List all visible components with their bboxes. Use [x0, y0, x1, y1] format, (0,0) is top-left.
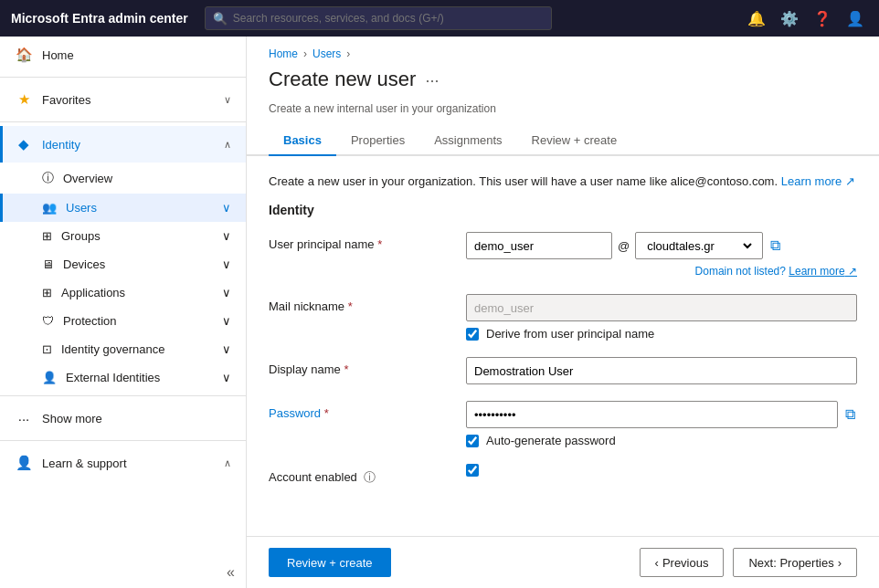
sidebar-sub-identity-governance[interactable]: ⊡ Identity governance ∨: [0, 335, 246, 363]
tab-properties[interactable]: Properties: [336, 126, 419, 156]
display-name-label: Display name *: [269, 357, 451, 376]
ig-chevron-icon: ∨: [222, 342, 231, 356]
mail-nickname-input[interactable]: [466, 294, 857, 321]
sidebar-sub-users[interactable]: 👥 Users ∨: [0, 194, 246, 222]
devices-chevron-icon: ∨: [222, 257, 231, 271]
password-input[interactable]: [466, 401, 838, 428]
page-title: Create new user: [269, 68, 416, 91]
sidebar-collapse-icon[interactable]: «: [227, 564, 235, 581]
sidebar-item-home[interactable]: 🏠 Home: [0, 37, 246, 73]
sidebar-devices-label: Devices: [63, 257, 105, 271]
learn-support-icon: 👤: [15, 455, 33, 471]
page-header: Create new user ···: [247, 64, 879, 102]
upn-controls: @ cloudtales.gr ⧉ Domain not listed? Lea…: [466, 232, 857, 278]
copy-upn-button[interactable]: ⧉: [768, 236, 782, 256]
protection-icon: 🛡: [42, 314, 54, 328]
users-chevron-icon: ∨: [222, 201, 231, 215]
account-enabled-row: Account enabled ⓘ: [269, 464, 857, 486]
sidebar-sub-groups[interactable]: ⊞ Groups ∨: [0, 222, 246, 250]
derive-checkbox-label: Derive from user principal name: [486, 327, 654, 341]
display-name-input[interactable]: [466, 357, 857, 384]
favorites-icon: ★: [15, 91, 33, 108]
account-enabled-info-icon: ⓘ: [364, 470, 376, 484]
next-button[interactable]: Next: Properties ›: [733, 548, 857, 577]
sidebar-favorites-label: Favorites: [42, 93, 215, 107]
password-controls: ⧉ Auto-generate password: [466, 401, 857, 447]
page-more-button[interactable]: ···: [425, 71, 439, 90]
page-subtitle: Create a new internal user in your organ…: [247, 102, 879, 126]
tab-review-create[interactable]: Review + create: [517, 126, 632, 156]
breadcrumb-home[interactable]: Home: [269, 47, 298, 60]
sidebar-item-show-more[interactable]: ··· Show more: [0, 400, 246, 436]
search-input[interactable]: [233, 12, 544, 25]
sidebar-applications-label: Applications: [61, 286, 125, 299]
previous-chevron-icon: ‹: [655, 556, 659, 570]
mail-nickname-controls: Derive from user principal name: [466, 294, 857, 341]
domain-select-input[interactable]: cloudtales.gr: [643, 238, 755, 254]
sidebar-overview-label: Overview: [63, 172, 112, 185]
search-bar[interactable]: 🔍: [205, 6, 552, 30]
account-enabled-label: Account enabled ⓘ: [269, 464, 451, 486]
password-label: Password *: [269, 401, 451, 420]
topbar-title: Microsoft Entra admin center: [11, 11, 188, 26]
sidebar-sub-overview[interactable]: ⓘ Overview: [0, 163, 246, 194]
main-content: Home › Users › Create new user ··· Creat…: [247, 37, 879, 588]
groups-chevron-icon: ∨: [222, 229, 231, 243]
groups-icon: ⊞: [42, 229, 52, 243]
protection-chevron-icon: ∨: [222, 314, 231, 328]
sidebar-item-favorites[interactable]: ★ Favorites ∨: [0, 81, 246, 118]
footer-bar: Review + create ‹ Previous Next: Propert…: [247, 536, 879, 588]
upn-row: User principal name * @ cloudtales.gr ⧉: [269, 232, 857, 278]
at-sign: @: [618, 239, 630, 253]
auto-gen-checkbox[interactable]: [466, 435, 479, 447]
previous-label: Previous: [662, 556, 709, 570]
form-area: Create a new user in your organization. …: [247, 156, 879, 536]
account-icon[interactable]: 👤: [842, 5, 868, 31]
breadcrumb: Home › Users ›: [247, 37, 879, 64]
next-label: Next: Properties: [748, 556, 833, 570]
sidebar-item-learn-support[interactable]: 👤 Learn & support ∧: [0, 445, 246, 481]
settings-icon[interactable]: ⚙️: [777, 5, 802, 31]
upn-input-row: @ cloudtales.gr ⧉: [466, 232, 857, 259]
intro-learn-more-link[interactable]: Learn more ↗: [781, 174, 855, 188]
sidebar-sub-devices[interactable]: 🖥 Devices ∨: [0, 250, 246, 278]
sidebar-home-label: Home: [42, 48, 231, 62]
domain-learn-more-link[interactable]: Learn more ↗: [789, 265, 857, 278]
sidebar-divider-4: [0, 440, 246, 441]
password-row: Password * ⧉ Auto-generate password: [269, 401, 857, 447]
sidebar-sub-protection[interactable]: 🛡 Protection ∨: [0, 307, 246, 335]
review-create-button[interactable]: Review + create: [269, 548, 391, 577]
topbar: Microsoft Entra admin center 🔍 🔔 ⚙️ ❓ 👤: [0, 0, 879, 37]
domain-select[interactable]: cloudtales.gr: [635, 232, 763, 259]
account-enabled-controls: [466, 464, 857, 477]
sidebar-item-identity[interactable]: ◆ Identity ∧: [0, 126, 246, 163]
tab-assignments[interactable]: Assignments: [419, 126, 516, 156]
section-identity-title: Identity: [269, 203, 857, 217]
sidebar-external-label: External Identities: [66, 371, 160, 384]
notification-icon[interactable]: 🔔: [744, 5, 769, 31]
previous-button[interactable]: ‹ Previous: [640, 548, 725, 577]
learn-support-chevron-icon: ∧: [224, 457, 231, 469]
auto-gen-row: Auto-generate password: [466, 434, 857, 447]
account-enabled-checkbox[interactable]: [466, 464, 479, 477]
upn-label: User principal name *: [269, 232, 451, 251]
identity-governance-icon: ⊡: [42, 342, 52, 356]
help-icon[interactable]: ❓: [810, 5, 835, 31]
sidebar-sub-external-identities[interactable]: 👤 External Identities ∨: [0, 363, 246, 392]
upn-input[interactable]: [466, 232, 612, 259]
tabs-bar: Basics Properties Assignments Review + c…: [247, 126, 879, 156]
sidebar-sub-applications[interactable]: ⊞ Applications ∨: [0, 278, 246, 307]
tab-basics[interactable]: Basics: [269, 126, 336, 156]
ext-chevron-icon: ∨: [222, 371, 231, 384]
sidebar-learn-support-label: Learn & support: [42, 457, 215, 470]
derive-checkbox[interactable]: [466, 328, 479, 341]
sidebar-identity-label: Identity: [42, 138, 215, 152]
domain-note: Domain not listed? Learn more ↗: [466, 265, 857, 278]
topbar-icons: 🔔 ⚙️ ❓ 👤: [744, 5, 868, 31]
sidebar-show-more-label: Show more: [42, 412, 231, 425]
breadcrumb-users[interactable]: Users: [312, 47, 341, 60]
display-name-controls: [466, 357, 857, 384]
account-enabled-checkbox-row: [466, 464, 857, 477]
next-chevron-icon: ›: [838, 556, 842, 570]
copy-password-button[interactable]: ⧉: [843, 404, 857, 425]
